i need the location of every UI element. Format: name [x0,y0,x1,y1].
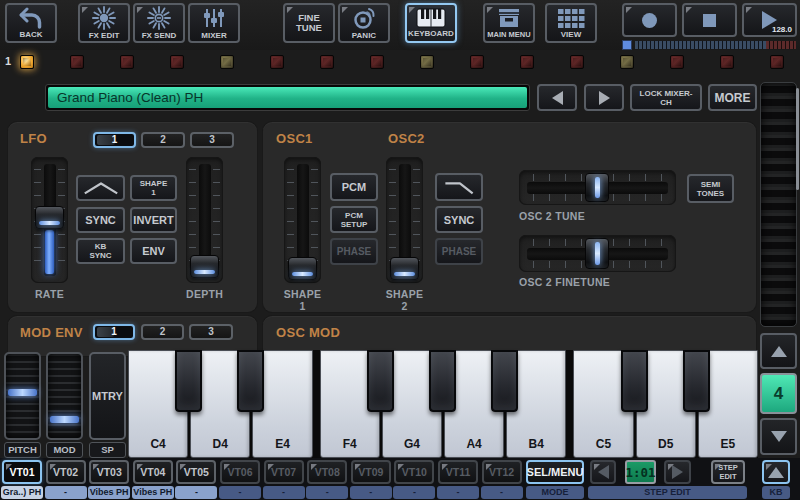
osc2-phase-button[interactable]: PHASE [435,238,483,265]
slider-handle[interactable] [585,173,609,202]
piano-key-C#4[interactable] [175,350,202,412]
osc2-tune-slider[interactable] [519,170,676,205]
lfo-tab-2[interactable]: 2 [141,132,185,148]
slider-handle[interactable] [585,238,609,269]
view-button[interactable]: VIEW [545,3,597,43]
piano-key-A#4[interactable] [491,350,518,412]
osc2-finetune-slider[interactable] [519,235,676,272]
preset-next-button[interactable] [584,84,624,111]
step-edit-button[interactable]: STEP EDIT [711,460,745,484]
fx-send-button[interactable]: FX SEND [133,3,185,43]
octave-display[interactable]: 4 [760,373,797,414]
fine-tune-button[interactable]: FINE TUNE [283,3,335,43]
scrollbar-thumb[interactable] [796,88,799,190]
lock-mixer-ch-button[interactable]: LOCK MIXER-CH [630,84,702,111]
mixer-sliders-icon [202,6,226,30]
panic-button[interactable]: PANIC [338,3,390,43]
lfo-invert-button[interactable]: INVERT [130,207,177,233]
song-position-display[interactable]: 1:01 [625,460,656,484]
stop-button[interactable] [682,3,737,37]
track-tab-vt02[interactable]: VT02 [46,460,86,484]
step-prev-button[interactable] [590,460,616,484]
step-pad-15[interactable] [720,55,734,69]
scroll-wheel[interactable] [760,82,797,327]
sel-menu-button[interactable]: SEL/MENU [526,460,584,484]
lfo-tab-1[interactable]: 1 [93,132,136,148]
step-pad-8[interactable] [370,55,384,69]
slider-handle[interactable] [288,257,317,280]
osc2-shape-slider[interactable] [386,157,423,283]
step-pad-13[interactable] [620,55,634,69]
piano-key-F#4[interactable] [367,350,394,412]
step-pad-1[interactable] [20,55,34,69]
track-tab-vt11[interactable]: VT11 [438,460,478,484]
track-tab-vt06[interactable]: VT06 [220,460,260,484]
piano-key-G#4[interactable] [429,350,456,412]
slider-handle[interactable] [190,255,219,278]
track-tab-vt01[interactable]: VT01 [2,460,42,484]
track-tab-vt03[interactable]: VT03 [89,460,129,484]
mixer-button[interactable]: MIXER [188,3,240,43]
track-tab-vt10[interactable]: VT10 [394,460,434,484]
play-button[interactable]: 128.0 [742,3,797,37]
step-pad-4[interactable] [170,55,184,69]
mod-env-tab-1[interactable]: 1 [93,324,135,340]
lfo-sync-button[interactable]: SYNC [76,207,125,233]
piano-key-D#5[interactable] [683,350,710,412]
osc1-pcm-button[interactable]: PCM [330,173,378,201]
slider-handle[interactable] [390,257,419,280]
step-pad-5[interactable] [220,55,234,69]
lfo-kb-sync-button[interactable]: KB SYNC [76,238,125,264]
slider-handle[interactable] [35,206,64,229]
step-pad-7[interactable] [320,55,334,69]
mtry-button[interactable]: MTRY [89,352,126,440]
preset-name-display[interactable]: Grand Piano (Clean) PH [48,87,527,108]
osc1-pcm-setup-button[interactable]: PCM SETUP [330,206,378,233]
step-pad-12[interactable] [570,55,584,69]
piano-key-D#4[interactable] [237,350,264,412]
step-pad-3[interactable] [120,55,134,69]
octave-up-button[interactable] [760,333,797,369]
osc2-sync-button[interactable]: SYNC [435,206,483,233]
osc1-shape-slider[interactable] [284,157,321,283]
track-tab-vt07[interactable]: VT07 [264,460,304,484]
preset-prev-button[interactable] [537,84,577,111]
pitch-wheel[interactable] [4,352,41,440]
track-tab-vt09[interactable]: VT09 [351,460,391,484]
lfo-env-button[interactable]: ENV [130,238,177,264]
lfo-depth-slider[interactable] [186,157,223,283]
osc2-wave-shape-button[interactable] [435,173,483,201]
track-tab-vt05[interactable]: VT05 [176,460,216,484]
back-button[interactable]: BACK [5,3,57,43]
lfo-shape-1-button[interactable]: SHAPE 1 [130,175,177,201]
keyboard-button[interactable]: KEYBOARD [405,3,457,43]
main-menu-button[interactable]: MAIN MENU [483,3,535,43]
track-tab-vt08[interactable]: VT08 [307,460,347,484]
mod-wheel[interactable] [46,352,83,440]
mod-env-tab-3[interactable]: 3 [189,324,233,340]
step-pad-11[interactable] [520,55,534,69]
fx-edit-button[interactable]: FX EDIT [78,3,130,43]
step-pad-6[interactable] [270,55,284,69]
step-pad-16[interactable] [770,55,784,69]
step-pad-10[interactable] [470,55,484,69]
piano-key-C#5[interactable] [621,350,648,412]
step-pad-14[interactable] [670,55,684,69]
more-button[interactable]: MORE [708,84,757,111]
step-pad-9[interactable] [420,55,434,69]
song-position-marker[interactable] [622,40,632,50]
lfo-wave-shape-button[interactable] [76,175,125,201]
record-button[interactable] [622,3,677,37]
mod-env-tab-2[interactable]: 2 [141,324,184,340]
song-progress-bar[interactable] [635,41,766,49]
osc1-phase-button[interactable]: PHASE [330,238,378,265]
octave-down-button[interactable] [760,418,797,455]
step-next-button[interactable] [664,460,691,484]
lfo-rate-slider[interactable] [31,157,68,283]
kb-toggle-button[interactable] [762,460,790,484]
step-pad-2[interactable] [70,55,84,69]
track-tab-vt04[interactable]: VT04 [133,460,173,484]
semi-tones-button[interactable]: SEMI TONES [687,174,734,203]
lfo-tab-3[interactable]: 3 [190,132,234,148]
track-tab-vt12[interactable]: VT12 [482,460,522,484]
